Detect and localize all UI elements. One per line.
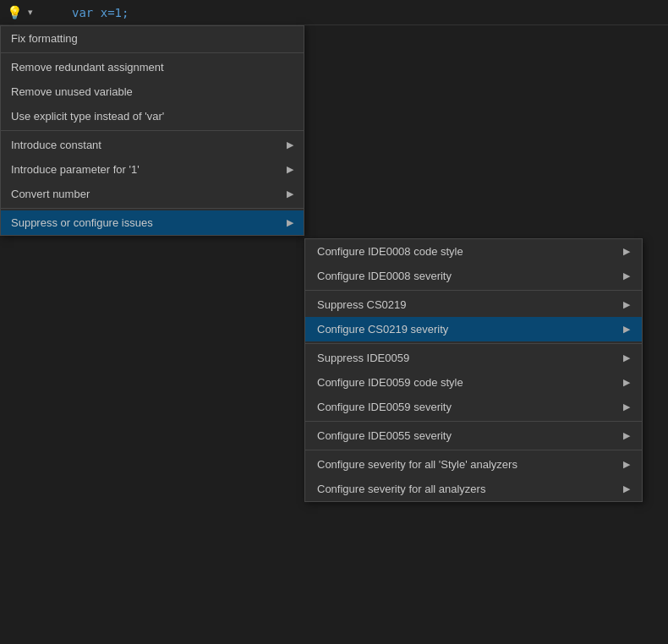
menu-item-configure-ide0059-style[interactable]: Configure IDE0059 code style ▶ xyxy=(305,370,642,395)
introduce-parameter-label: Introduce parameter for '1' xyxy=(11,163,140,176)
suppress-configure-label: Suppress or configure issues xyxy=(11,216,153,229)
chevron-icon-4: ▶ xyxy=(623,352,630,363)
configure-ide0008-style-label: Configure IDE0008 code style xyxy=(317,245,463,258)
menu-item-suppress-ide0059[interactable]: Suppress IDE0059 ▶ xyxy=(305,346,642,370)
menu-item-configure-ide0059-severity[interactable]: Configure IDE0059 severity ▶ xyxy=(305,395,642,419)
menu-item-suppress-cs0219[interactable]: Suppress CS0219 ▶ xyxy=(305,292,642,317)
chevron-icon-introduce-parameter: ▶ xyxy=(287,164,293,175)
code-snippet: var x=1; xyxy=(72,6,129,19)
chevron-icon-2: ▶ xyxy=(623,299,630,310)
menu-item-remove-unused[interactable]: Remove unused variable xyxy=(1,79,304,104)
menu-item-remove-redundant[interactable]: Remove redundant assignment xyxy=(1,55,304,79)
right-divider-1 xyxy=(305,290,642,291)
divider-1 xyxy=(1,52,304,53)
code-bar: 💡 ▾ var x=1; xyxy=(0,0,668,25)
use-explicit-label: Use explicit type instead of 'var' xyxy=(11,110,164,123)
chevron-icon-introduce-constant: ▶ xyxy=(287,139,293,150)
suppress-cs0219-label: Suppress CS0219 xyxy=(317,298,407,311)
remove-unused-label: Remove unused variable xyxy=(11,85,133,98)
chevron-icon-9: ▶ xyxy=(623,483,630,494)
configure-ide0008-severity-label: Configure IDE0008 severity xyxy=(317,270,452,282)
divider-3 xyxy=(1,208,304,209)
chevron-icon-3: ▶ xyxy=(623,324,630,335)
menu-item-configure-cs0219-severity[interactable]: Configure CS0219 severity ▶ xyxy=(305,317,642,341)
configure-cs0219-severity-label: Configure CS0219 severity xyxy=(317,323,448,336)
configure-ide0059-style-label: Configure IDE0059 code style xyxy=(317,376,463,389)
configure-all-analyzers-label: Configure severity for all analyzers xyxy=(317,483,485,495)
right-divider-2 xyxy=(305,343,642,344)
configure-style-analyzers-label: Configure severity for all 'Style' analy… xyxy=(317,458,517,471)
menu-item-suppress-configure[interactable]: Suppress or configure issues ▶ xyxy=(1,210,304,235)
right-context-menu: Configure IDE0008 code style ▶ Configure… xyxy=(304,238,643,502)
menu-item-configure-ide0008-style[interactable]: Configure IDE0008 code style ▶ xyxy=(305,239,642,264)
fix-formatting-label: Fix formatting xyxy=(11,32,78,45)
context-menus: Fix formatting Remove redundant assignme… xyxy=(0,25,304,236)
introduce-constant-label: Introduce constant xyxy=(11,139,101,151)
convert-number-label: Convert number xyxy=(11,188,90,200)
chevron-icon-8: ▶ xyxy=(623,459,630,470)
dropdown-arrow-icon[interactable]: ▾ xyxy=(28,7,33,18)
bulb-icon[interactable]: 💡 xyxy=(7,5,23,20)
chevron-icon-1: ▶ xyxy=(623,270,630,281)
configure-ide0055-severity-label: Configure IDE0055 severity xyxy=(317,429,452,442)
suppress-ide0059-label: Suppress IDE0059 xyxy=(317,352,409,364)
chevron-icon-suppress-configure: ▶ xyxy=(287,217,293,228)
right-divider-3 xyxy=(305,421,642,422)
remove-redundant-label: Remove redundant assignment xyxy=(11,61,164,74)
chevron-icon-0: ▶ xyxy=(623,246,630,257)
right-divider-4 xyxy=(305,450,642,450)
menu-item-introduce-constant[interactable]: Introduce constant ▶ xyxy=(1,133,304,157)
menu-item-use-explicit[interactable]: Use explicit type instead of 'var' xyxy=(1,104,304,128)
configure-ide0059-severity-label: Configure IDE0059 severity xyxy=(317,401,452,413)
menu-item-fix-formatting[interactable]: Fix formatting xyxy=(1,26,304,51)
menu-item-configure-ide0055-severity[interactable]: Configure IDE0055 severity ▶ xyxy=(305,423,642,448)
chevron-icon-7: ▶ xyxy=(623,430,630,441)
menu-item-introduce-parameter[interactable]: Introduce parameter for '1' ▶ xyxy=(1,157,304,182)
left-context-menu: Fix formatting Remove redundant assignme… xyxy=(0,25,304,236)
divider-2 xyxy=(1,130,304,131)
menu-item-convert-number[interactable]: Convert number ▶ xyxy=(1,182,304,206)
menu-item-configure-style-analyzers[interactable]: Configure severity for all 'Style' analy… xyxy=(305,452,642,477)
chevron-icon-6: ▶ xyxy=(623,401,630,412)
menu-item-configure-all-analyzers[interactable]: Configure severity for all analyzers ▶ xyxy=(305,477,642,501)
chevron-icon-convert-number: ▶ xyxy=(287,188,293,199)
menu-item-configure-ide0008-severity[interactable]: Configure IDE0008 severity ▶ xyxy=(305,264,642,288)
chevron-icon-5: ▶ xyxy=(623,377,630,388)
